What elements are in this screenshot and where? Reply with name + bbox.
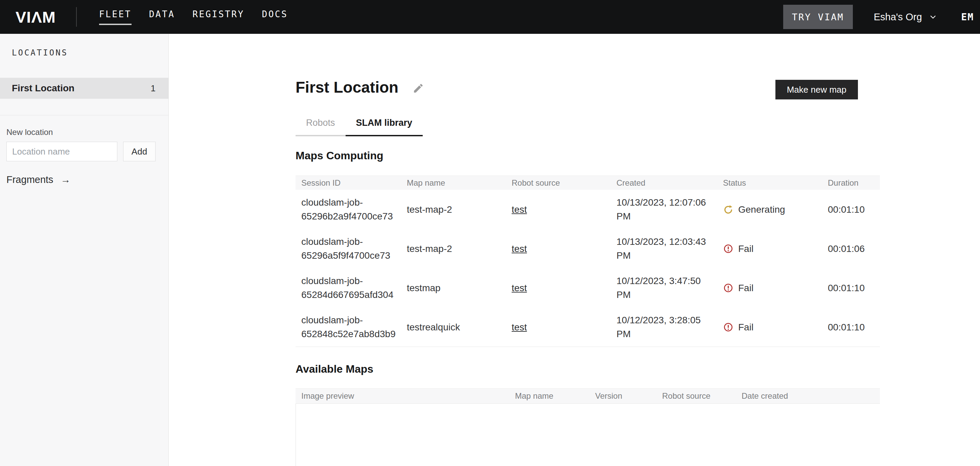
available-maps-table: Image preview Map name Version Robot sou… [296,388,880,466]
available-maps-empty-body [296,404,880,466]
location-name: First Location [12,83,75,94]
fail-alert-icon [723,243,733,254]
nav-item-data[interactable]: DATA [149,9,175,25]
table-row[interactable]: cloudslam-job-65284d667695afd304 testmap… [296,268,880,307]
created-cell: 10/12/2023, 3:28:05 PM [611,313,717,341]
location-tabs: Robots SLAM library [296,118,423,136]
column-header-date-created: Date created [736,391,880,401]
make-new-map-button[interactable]: Make new map [775,80,858,99]
locations-sidebar: LOCATIONS First Location 1 New location … [0,34,169,466]
robot-source-link[interactable]: test [512,204,527,215]
duration-cell: 00:01:10 [822,281,880,295]
tab-robots[interactable]: Robots [296,118,345,136]
edit-pencil-icon[interactable] [412,83,424,94]
top-navigation-bar: VIΛM FLEET DATA REGISTRY DOCS TRY VIAM E… [0,0,980,34]
topbar-divider [76,7,77,27]
status-label: Fail [738,242,753,256]
available-maps-header-row: Image preview Map name Version Robot sou… [296,388,880,404]
session-id-cell: cloudslam-job-65284d667695afd304 [296,274,401,302]
try-viam-button[interactable]: TRY VIAM [783,5,853,29]
chevron-down-icon [929,13,937,21]
primary-nav: FLEET DATA REGISTRY DOCS [99,9,288,25]
nav-item-registry[interactable]: REGISTRY [192,9,244,25]
maps-computing-table: Session ID Map name Robot source Created… [296,175,880,347]
column-header-robot-source: Robot source [656,391,736,401]
tab-slam-library[interactable]: SLAM library [345,118,423,136]
created-cell: 10/13/2023, 12:03:43 PM [611,235,717,262]
status-cell: Fail [717,242,822,256]
fragments-label: Fragments [6,174,53,185]
location-robot-count: 1 [151,83,156,94]
status-label: Fail [738,281,753,295]
duration-cell: 00:01:10 [822,320,880,334]
table-row[interactable]: cloudslam-job-652848c52e7ab8d3b9 testrea… [296,307,880,347]
robot-source-link[interactable]: test [512,322,527,332]
session-id-cell: cloudslam-job-65296b2a9f4700ce73 [296,196,401,223]
new-location-label: New location [6,127,169,137]
org-name: Esha's Org [874,11,922,23]
duration-cell: 00:01:10 [822,202,880,216]
status-cell: Fail [717,320,822,334]
fragments-link[interactable]: Fragments → [6,174,71,185]
maps-computing-header-row: Session ID Map name Robot source Created… [296,175,880,190]
sidebar-divider [0,115,169,115]
column-header-robot-source: Robot source [506,178,611,188]
status-cell: Generating [717,202,822,216]
nav-item-fleet[interactable]: FLEET [99,9,132,25]
location-name-input[interactable] [6,142,117,161]
status-label: Fail [738,320,753,334]
nav-item-docs[interactable]: DOCS [262,9,288,25]
map-name-cell: testrealquick [401,320,506,334]
robot-source-link[interactable]: test [512,283,527,293]
available-maps-heading: Available Maps [296,363,980,375]
add-location-button[interactable]: Add [123,142,156,161]
map-name-cell: test-map-2 [401,202,506,216]
generating-refresh-icon [723,204,733,215]
arrow-right-icon: → [61,174,71,185]
robot-source-link[interactable]: test [512,243,527,254]
column-header-status: Status [717,178,822,188]
maps-computing-rows: cloudslam-job-65296b2a9f4700ce73 test-ma… [296,190,880,347]
session-id-cell: cloudslam-job-652848c52e7ab8d3b9 [296,313,401,341]
column-header-version: Version [589,391,656,401]
fail-alert-icon [723,283,733,293]
table-row[interactable]: cloudslam-job-65296b2a9f4700ce73 test-ma… [296,190,880,229]
session-id-cell: cloudslam-job-65296a5f9f4700ce73 [296,235,401,262]
created-cell: 10/13/2023, 12:07:06 PM [611,196,717,223]
column-header-duration: Duration [822,178,880,188]
map-name-cell: testmap [401,281,506,295]
org-switcher[interactable]: Esha's Org [874,11,938,23]
sidebar-item-first-location[interactable]: First Location 1 [0,78,169,99]
fail-alert-icon [723,322,733,332]
duration-cell: 00:01:06 [822,242,880,256]
column-header-session-id: Session ID [296,178,401,188]
locations-section-label: LOCATIONS [12,48,169,57]
column-header-created: Created [611,178,717,188]
status-cell: Fail [717,281,822,295]
column-header-map-name: Map name [509,391,589,401]
status-label: Generating [738,202,785,216]
topbar-right-group: TRY VIAM Esha's Org EM [783,5,980,29]
column-header-map-name: Map name [401,178,506,188]
map-name-cell: test-map-2 [401,242,506,256]
maps-computing-heading: Maps Computing [296,149,980,162]
viam-logo[interactable]: VIΛM [16,8,56,26]
column-header-image-preview: Image preview [296,391,509,401]
page-title: First Location [296,78,398,97]
user-avatar-initials[interactable]: EM [961,11,974,23]
created-cell: 10/12/2023, 3:47:50 PM [611,274,717,302]
main-content: First Location Make new map Robots SLAM … [169,34,980,466]
table-row[interactable]: cloudslam-job-65296a5f9f4700ce73 test-ma… [296,229,880,268]
